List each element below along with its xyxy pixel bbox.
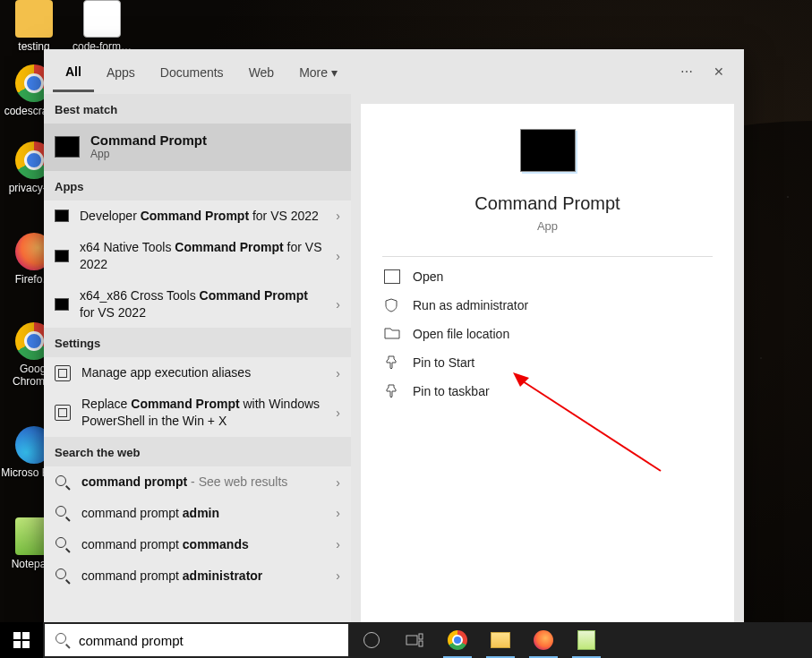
tab-apps[interactable]: Apps	[94, 53, 148, 90]
taskbar-app-firefox[interactable]	[522, 622, 565, 658]
close-icon[interactable]: ✕	[703, 56, 735, 88]
action-pin-start[interactable]: Pin to Start	[382, 348, 713, 377]
svg-rect-3	[22, 632, 30, 639]
cmd-icon	[55, 250, 69, 262]
settings-result-text: Replace Command Prompt with Windows Powe…	[81, 396, 325, 430]
app-result[interactable]: x64 Native Tools Command Prompt for VS 2…	[44, 232, 351, 280]
chevron-right-icon: ›	[336, 537, 340, 551]
web-result-text: command prompt commands	[81, 536, 325, 553]
section-web: Search the web	[44, 437, 351, 466]
action-open-location[interactable]: Open file location	[382, 320, 713, 348]
best-match-sub: App	[90, 148, 207, 160]
start-search-panel: All Apps Documents Web More ▾ ⋯ ✕ Best m…	[44, 49, 744, 622]
search-icon	[55, 568, 71, 584]
settings-icon	[55, 405, 71, 421]
section-best-match: Best match	[44, 94, 351, 124]
tab-more[interactable]: More ▾	[286, 53, 350, 90]
action-open[interactable]: Open	[382, 262, 713, 291]
chevron-right-icon: ›	[336, 506, 340, 520]
svg-rect-2	[13, 632, 21, 639]
detail-title: Command Prompt	[474, 193, 620, 214]
divider	[382, 256, 713, 257]
best-match-title: Command Prompt	[90, 132, 207, 148]
detail-pane: Command Prompt App Open Run as administr…	[361, 104, 734, 622]
best-match-result[interactable]: Command Prompt App	[44, 124, 351, 171]
pin-icon	[384, 384, 400, 398]
shield-icon	[384, 298, 400, 312]
svg-rect-4	[13, 641, 21, 648]
search-icon	[56, 633, 70, 647]
taskbar-app-notepad[interactable]	[565, 622, 608, 658]
tab-documents[interactable]: Documents	[148, 53, 236, 90]
app-result-text: x64_x86 Cross Tools Command Prompt for V…	[80, 287, 325, 321]
desktop-icon-file[interactable]: code-form…	[68, 0, 136, 54]
app-result[interactable]: Developer Command Prompt for VS 2022 ›	[44, 201, 351, 232]
pin-icon	[384, 355, 400, 370]
svg-rect-5	[22, 641, 30, 648]
action-label: Open	[413, 269, 443, 284]
search-icon	[55, 474, 71, 491]
start-button[interactable]	[0, 622, 43, 658]
action-label: Run as administrator	[413, 298, 528, 312]
web-result-text: command prompt - See web results	[81, 474, 325, 491]
web-result[interactable]: command prompt admin ›	[44, 498, 351, 529]
chevron-down-icon: ▾	[331, 65, 338, 80]
folder-icon	[384, 327, 400, 341]
app-result-text: x64 Native Tools Command Prompt for VS 2…	[80, 239, 325, 273]
cmd-icon	[55, 136, 80, 158]
section-apps: Apps	[44, 171, 351, 201]
action-label: Pin to taskbar	[413, 384, 490, 398]
chevron-right-icon: ›	[336, 209, 340, 223]
settings-result-text: Manage app execution aliases	[81, 364, 325, 381]
tab-all[interactable]: All	[53, 52, 94, 92]
search-results-column: Best match Command Prompt App Apps Devel…	[44, 94, 351, 622]
more-options-icon[interactable]: ⋯	[671, 56, 703, 88]
taskbar	[0, 622, 812, 658]
action-pin-taskbar[interactable]: Pin to taskbar	[382, 377, 713, 406]
web-result[interactable]: command prompt commands ›	[44, 529, 351, 560]
taskbar-app-chrome[interactable]	[436, 622, 479, 658]
web-result[interactable]: command prompt administrator ›	[44, 560, 351, 592]
cmd-icon	[55, 298, 69, 311]
action-run-as-admin[interactable]: Run as administrator	[382, 291, 713, 320]
search-icon	[55, 505, 71, 521]
web-result-text: command prompt admin	[81, 505, 325, 522]
settings-result[interactable]: Replace Command Prompt with Windows Powe…	[44, 389, 351, 437]
search-input[interactable]	[79, 633, 338, 648]
window-icon	[384, 269, 400, 284]
tab-web[interactable]: Web	[236, 53, 287, 90]
web-result[interactable]: command prompt - See web results ›	[44, 466, 351, 498]
action-label: Open file location	[413, 327, 509, 341]
cortana-icon[interactable]	[350, 622, 393, 658]
chevron-right-icon: ›	[336, 249, 340, 263]
cmd-icon-large	[520, 129, 576, 172]
section-settings: Settings	[44, 328, 351, 357]
chevron-right-icon: ›	[336, 475, 340, 490]
chevron-right-icon: ›	[336, 406, 340, 420]
action-label: Pin to Start	[413, 355, 474, 370]
web-result-text: command prompt administrator	[81, 568, 325, 585]
taskbar-app-explorer[interactable]	[479, 622, 522, 658]
app-result-text: Developer Command Prompt for VS 2022	[80, 208, 325, 225]
cmd-icon	[55, 209, 69, 222]
svg-rect-7	[419, 634, 423, 639]
chevron-right-icon: ›	[336, 297, 340, 312]
search-tabs: All Apps Documents Web More ▾ ⋯ ✕	[44, 49, 744, 94]
detail-sub: App	[537, 219, 558, 233]
app-result[interactable]: x64_x86 Cross Tools Command Prompt for V…	[44, 280, 351, 329]
desktop-icon-folder[interactable]: testing	[0, 0, 68, 54]
tab-more-label: More	[299, 65, 328, 80]
search-icon	[55, 536, 71, 552]
svg-rect-6	[406, 636, 417, 645]
taskbar-search-box[interactable]	[43, 622, 350, 658]
chevron-right-icon: ›	[336, 568, 340, 583]
svg-rect-8	[419, 641, 423, 646]
chevron-right-icon: ›	[336, 366, 340, 380]
settings-result[interactable]: Manage app execution aliases ›	[44, 357, 351, 389]
task-view-icon[interactable]	[393, 622, 436, 658]
settings-icon	[55, 365, 71, 381]
